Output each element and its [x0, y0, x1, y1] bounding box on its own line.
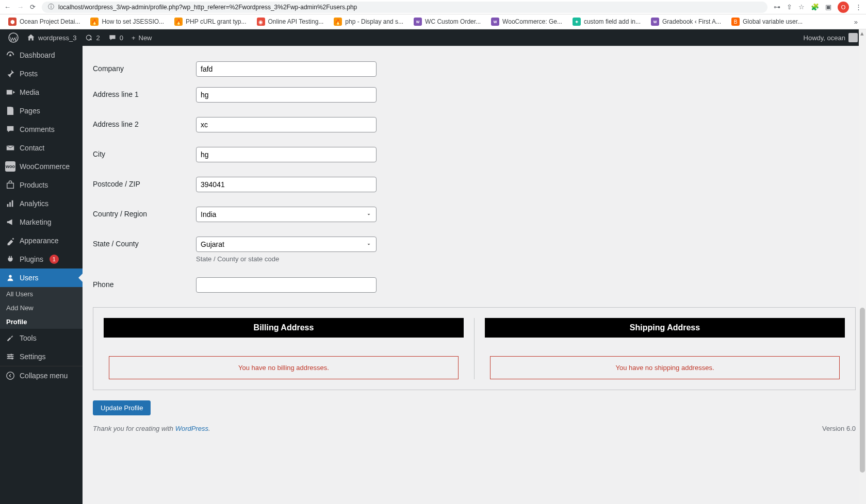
billing-address-col: Billing Address You have no billing addr… — [104, 318, 475, 379]
mail-icon — [5, 143, 15, 153]
sidebar-item-users[interactable]: Users — [0, 268, 83, 287]
collapse-icon — [5, 371, 15, 381]
back-button[interactable]: ← — [4, 3, 11, 11]
reload-button[interactable]: ⟳ — [30, 3, 36, 11]
footer-thanks-suffix: . — [208, 425, 210, 432]
sidebar-item-woocommerce[interactable]: wooWooCommerce — [0, 157, 83, 176]
tools-icon — [5, 333, 15, 343]
bookmark-item[interactable]: 🔥php - Display and s... — [330, 15, 407, 28]
bookmark-item[interactable]: WWooCommerce: Ge... — [487, 15, 566, 28]
sidebar-item-dashboard[interactable]: Dashboard — [0, 46, 83, 64]
address2-input[interactable] — [196, 117, 377, 132]
label-postcode: Postcode / ZIP — [93, 177, 196, 188]
sidebar-item-appearance[interactable]: Appearance — [0, 231, 83, 250]
state-description: State / County or state code — [196, 255, 377, 263]
update-profile-button[interactable]: Update Profile — [93, 400, 151, 415]
panel-icon[interactable]: ▣ — [825, 3, 831, 11]
dashboard-icon — [5, 50, 15, 60]
comments[interactable]: 0 — [104, 29, 127, 46]
sidebar-item-comments[interactable]: Comments — [0, 120, 83, 139]
footer-version: Version 6.0 — [822, 425, 856, 432]
key-icon[interactable]: ⊶ — [774, 3, 780, 11]
products-icon — [5, 180, 15, 190]
svg-rect-7 — [12, 200, 13, 207]
postcode-input[interactable] — [196, 177, 377, 192]
bookmark-item[interactable]: ✦custom field add in... — [568, 15, 645, 28]
label-city: City — [93, 147, 196, 158]
site-name[interactable]: wordpress_3 — [23, 29, 80, 46]
svg-rect-5 — [7, 204, 9, 207]
plugin-update-badge: 1 — [50, 255, 59, 264]
woo-icon: woo — [5, 161, 15, 172]
bookmark-item[interactable]: BGlobal variable user... — [727, 15, 807, 28]
company-input[interactable] — [196, 61, 377, 77]
analytics-icon — [5, 198, 15, 209]
bookmark-item[interactable]: 🔥PHP cURL grant typ... — [170, 15, 250, 28]
svg-point-8 — [9, 275, 11, 278]
extensions-icon[interactable]: 🧩 — [811, 3, 819, 11]
submenu-profile[interactable]: Profile — [0, 315, 83, 329]
url-bar[interactable]: ⓘ localhost/wordpress_3/wp-admin/profile… — [42, 2, 767, 13]
sidebar-item-products[interactable]: Products — [0, 176, 83, 194]
browser-toolbar: ← → ⟳ ⓘ localhost/wordpress_3/wp-admin/p… — [0, 0, 866, 14]
page-scrollbar[interactable]: ▴ — [859, 29, 866, 504]
menu-icon[interactable]: ⋮ — [855, 3, 862, 11]
label-country: Country / Region — [93, 207, 196, 218]
svg-point-15 — [7, 372, 14, 379]
label-addr2: Address line 2 — [93, 117, 196, 128]
country-select[interactable]: India — [196, 207, 377, 222]
svg-rect-14 — [12, 358, 13, 360]
bookmark-item[interactable]: ⬢Ocean Project Detai... — [4, 15, 84, 28]
share-icon[interactable]: ⇧ — [787, 3, 792, 11]
plugin-icon — [5, 254, 15, 264]
new-content[interactable]: + New — [127, 29, 156, 46]
footer-thanks-prefix: Thank you for creating with — [93, 425, 175, 432]
sidebar-item-contact[interactable]: Contact — [0, 139, 83, 157]
collapse-menu[interactable]: Collapse menu — [0, 366, 83, 385]
bookmark-item[interactable]: 🔥How to set JSESSIO... — [86, 15, 168, 28]
sidebar-item-settings[interactable]: Settings — [0, 347, 83, 366]
svg-rect-4 — [7, 183, 14, 188]
profile-avatar[interactable]: O — [838, 2, 849, 13]
scrollbar-thumb[interactable] — [860, 308, 865, 473]
star-icon[interactable]: ☆ — [798, 3, 805, 11]
label-state: State / County — [93, 237, 196, 248]
submenu-all-users[interactable]: All Users — [0, 287, 83, 301]
address-box: Billing Address You have no billing addr… — [93, 307, 856, 390]
wp-logo[interactable] — [4, 29, 23, 46]
my-account[interactable]: Howdy, ocean — [799, 29, 862, 46]
admin-sidebar: Dashboard Posts Media Pages Comments Con… — [0, 46, 83, 504]
forward-button[interactable]: → — [17, 3, 24, 11]
sidebar-item-plugins[interactable]: Plugins1 — [0, 250, 83, 268]
address1-input[interactable] — [196, 87, 377, 103]
settings-icon — [5, 351, 15, 362]
sidebar-item-media[interactable]: Media — [0, 83, 83, 102]
phone-input[interactable] — [196, 277, 377, 293]
svg-rect-1 — [7, 90, 12, 95]
main-content: Company Address line 1 Address line 2 Ci… — [83, 46, 866, 504]
bookmark-item[interactable]: ◉Online API Testing... — [253, 15, 328, 28]
footer-wordpress-link[interactable]: WordPress — [175, 425, 208, 432]
state-select[interactable]: Gujarat — [196, 237, 377, 252]
submenu-add-new[interactable]: Add New — [0, 301, 83, 315]
page-icon — [5, 106, 15, 116]
city-input[interactable] — [196, 147, 377, 162]
appearance-icon — [5, 236, 15, 246]
sidebar-item-marketing[interactable]: Marketing — [0, 213, 83, 231]
updates[interactable]: 2 — [80, 29, 104, 46]
bookmark-item[interactable]: WWC Custom Order... — [410, 15, 485, 28]
bookmarks-bar: ⬢Ocean Project Detai... 🔥How to set JSES… — [0, 14, 866, 29]
comment-icon — [5, 124, 15, 135]
sidebar-item-analytics[interactable]: Analytics — [0, 194, 83, 213]
sidebar-item-posts[interactable]: Posts — [0, 64, 83, 83]
wp-admin-bar: wordpress_3 2 0 + New Howdy, ocean — [0, 29, 866, 46]
site-info-icon[interactable]: ⓘ — [48, 3, 54, 11]
pin-icon — [5, 69, 15, 79]
bookmark-item[interactable]: WGradebook ‹ First A... — [647, 15, 725, 28]
sidebar-item-tools[interactable]: Tools — [0, 329, 83, 347]
bookmarks-overflow[interactable]: » — [850, 16, 862, 28]
sidebar-item-pages[interactable]: Pages — [0, 102, 83, 120]
label-phone: Phone — [93, 277, 196, 289]
shipping-empty-msg: You have no shipping addresses. — [490, 356, 840, 379]
svg-rect-13 — [8, 356, 9, 358]
